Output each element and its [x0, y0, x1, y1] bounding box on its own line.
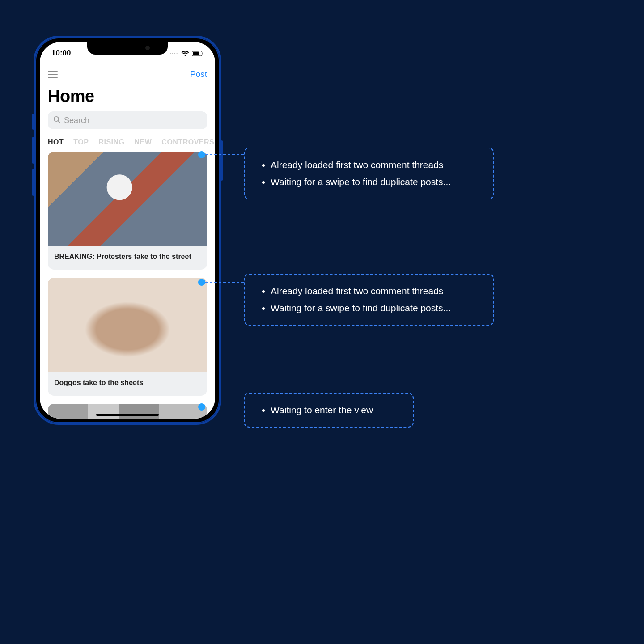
phone-side-button: [32, 169, 34, 196]
svg-line-4: [58, 121, 60, 123]
annotation-item: Already loaded first two comment threads: [271, 157, 481, 174]
search-input[interactable]: [64, 116, 202, 125]
home-indicator: [96, 414, 159, 416]
tab-hot[interactable]: HOT: [48, 138, 64, 146]
annotation-dot: [198, 403, 205, 411]
navbar: Post: [40, 64, 215, 82]
status-right: ••••: [170, 51, 203, 56]
annotation-item: Waiting for a swipe to find duplicate po…: [271, 174, 481, 191]
post-card[interactable]: Doggos take to the sheets: [48, 278, 207, 396]
post-button[interactable]: Post: [190, 69, 207, 79]
post-title: Doggos take to the sheets: [48, 372, 207, 396]
annotation-callout: Already loaded first two comment threads…: [244, 274, 494, 326]
svg-rect-2: [203, 52, 203, 55]
wifi-icon: [181, 51, 189, 56]
annotation-callout: Already loaded first two comment threads…: [244, 148, 494, 199]
post-card[interactable]: [48, 404, 207, 419]
annotation-callout: Waiting to enter the view: [244, 393, 414, 428]
menu-icon[interactable]: [48, 71, 58, 78]
phone-screen: 10:00 •••• Post Home: [40, 42, 215, 419]
post-image: [48, 404, 207, 419]
cellular-dots-icon: ••••: [170, 51, 178, 55]
tab-new[interactable]: NEW: [135, 138, 152, 146]
status-time: 10:00: [51, 49, 71, 58]
annotation-dot: [198, 279, 205, 286]
battery-icon: [192, 51, 203, 56]
phone-side-button: [32, 137, 34, 164]
sort-tabs: HOT TOP RISING NEW CONTROVERSIAL: [40, 136, 215, 152]
annotation-item: Waiting for a swipe to find duplicate po…: [271, 300, 481, 317]
app-content: Post Home HOT TOP RISING NEW CONTROVERSI…: [40, 42, 215, 419]
post-image: [48, 152, 207, 246]
tab-top[interactable]: TOP: [73, 138, 89, 146]
annotation-item: Waiting to enter the view: [271, 402, 400, 419]
annotation-connector: [205, 407, 244, 407]
post-image: [48, 278, 207, 372]
annotation-dot: [198, 151, 205, 158]
annotation-item: Already loaded first two comment threads: [271, 283, 481, 300]
annotation-connector: [205, 154, 244, 155]
post-card[interactable]: BREAKING: Protesters take to the street: [48, 152, 207, 270]
tab-controversial[interactable]: CONTROVERSIAL: [161, 138, 215, 146]
phone-notch: [87, 42, 168, 55]
svg-rect-1: [193, 51, 199, 55]
feed[interactable]: BREAKING: Protesters take to the street …: [40, 152, 215, 419]
annotation-connector: [205, 282, 244, 283]
page-title: Home: [40, 82, 215, 111]
phone-side-button: [221, 140, 223, 181]
phone-side-button: [32, 114, 34, 130]
post-title: BREAKING: Protesters take to the street: [48, 246, 207, 270]
search-icon: [53, 116, 60, 125]
search-field[interactable]: [48, 111, 207, 129]
tab-rising[interactable]: RISING: [98, 138, 124, 146]
phone-frame: 10:00 •••• Post Home: [34, 36, 221, 425]
